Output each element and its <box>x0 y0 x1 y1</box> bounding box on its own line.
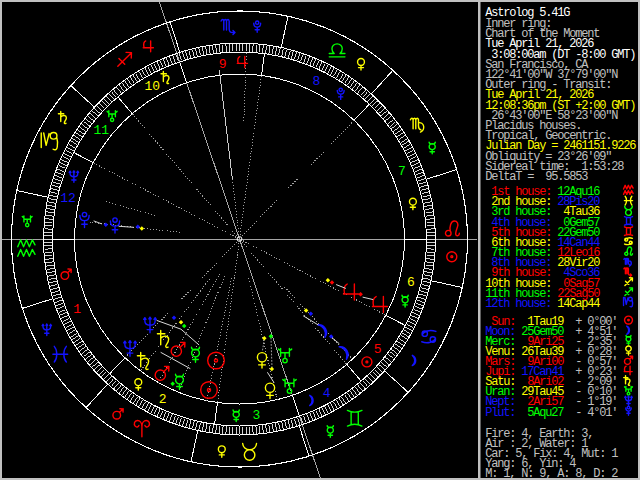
svg-text:6: 6 <box>407 275 415 290</box>
svg-text:12th house:14Cap44: 12th house:14Cap44 <box>485 297 600 311</box>
svg-text:5: 5 <box>374 342 382 357</box>
svg-text:7: 7 <box>398 164 406 179</box>
svg-text:10: 10 <box>144 79 160 94</box>
svg-text:3: 3 <box>252 408 260 423</box>
svg-text:M: 1, N: 9, A: 8, D: 2: M: 1, N: 9, A: 8, D: 2 <box>485 467 618 480</box>
svg-text:DeltaT = 95.5853: DeltaT = 95.5853 <box>485 170 588 184</box>
svg-text:12: 12 <box>60 191 76 206</box>
svg-text:2: 2 <box>159 392 167 407</box>
svg-text:4: 4 <box>323 386 331 401</box>
svg-text:1: 1 <box>73 302 81 317</box>
svg-text:8: 8 <box>312 74 320 89</box>
svg-text:Plut: 5Aqu27- 4°01': Plut: 5Aqu27- 4°01' <box>485 406 617 420</box>
svg-text:11: 11 <box>93 123 109 138</box>
svg-text:9: 9 <box>219 57 227 72</box>
